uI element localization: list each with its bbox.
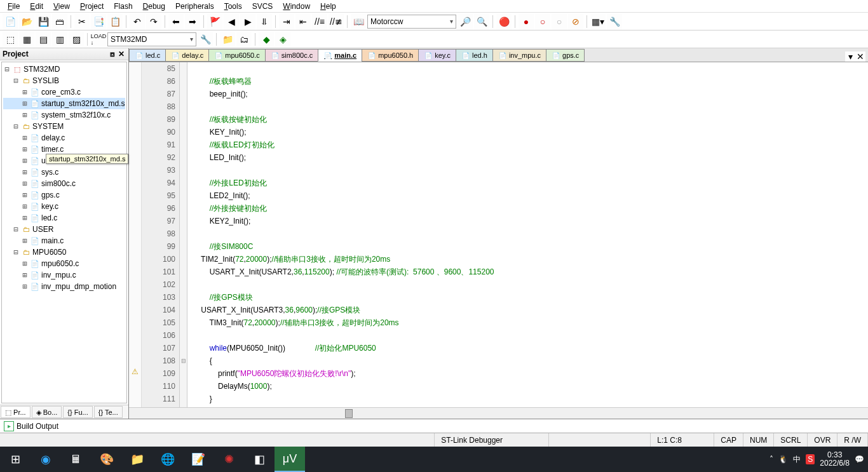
tree-item[interactable]: ⊞📄led.c <box>3 212 125 224</box>
tray-chevron-icon[interactable]: ˄ <box>770 455 773 464</box>
rebuild-icon[interactable]: ▤ <box>36 32 51 47</box>
find-combo[interactable]: Motorccw <box>367 15 456 29</box>
calculator-icon[interactable]: 🖩 <box>61 447 92 472</box>
project-tab-0[interactable]: ⬚ Pr... <box>1 406 31 418</box>
tree-item[interactable]: ⊞📄inv_mpu_dmp_motion <box>3 281 125 292</box>
cut-icon[interactable]: ✂ <box>74 14 90 29</box>
tab-inv_mpu-c[interactable]: 📄inv_mpu.c <box>492 49 546 62</box>
pin-icon[interactable]: ⧈ <box>108 50 117 58</box>
tab-sim800c-c[interactable]: 📄sim800c.c <box>265 49 319 62</box>
tree-item[interactable]: ⊞📄delay.c <box>3 132 125 144</box>
tab-close-icon[interactable]: ✕ <box>855 51 865 62</box>
tree-item[interactable]: ⊞📄system_stm32f10x.c <box>3 109 125 121</box>
tree-item[interactable]: ⊞📄inv_mpu.c <box>3 269 125 281</box>
target-combo[interactable]: STM32MD <box>107 32 196 46</box>
nav-back-icon[interactable]: ⬅ <box>168 14 184 29</box>
file-ext-icon[interactable]: 📁 <box>220 32 235 47</box>
open-file-icon[interactable]: 📂 <box>19 14 34 29</box>
manage-rte-icon[interactable]: ◈ <box>275 32 290 47</box>
editor-hscroll[interactable] <box>129 407 868 419</box>
project-tab-1[interactable]: ◈ Bo... <box>32 406 62 418</box>
tab-mpu6050-h[interactable]: 📄mpu6050.h <box>362 49 419 62</box>
app-gradient-icon[interactable]: ◧ <box>244 447 275 472</box>
project-tree[interactable]: ⊟⬚STM32MD⊟🗀SYSLIB⊞📄core_cm3.c⊞📄startup_s… <box>1 62 127 403</box>
tree-item[interactable]: ⊞📄sys.c <box>3 166 125 178</box>
find-in-files-icon[interactable]: 📖 <box>351 14 366 29</box>
code-lines[interactable]: //板载蜂鸣器 beep_init(); //板载按键初始化 KEY_Init(… <box>187 62 868 407</box>
code-editor[interactable]: ⚠ 85868788899091929394959697989910010110… <box>129 62 868 407</box>
tab-mpu6050-c[interactable]: 📄mpu6050.c <box>208 49 265 62</box>
close-panel-icon[interactable]: ✕ <box>117 50 126 58</box>
menu-help[interactable]: Help <box>315 1 341 11</box>
tray-qq-icon[interactable]: 🐧 <box>778 455 788 464</box>
breakpoint-kill-icon[interactable]: ⊘ <box>568 14 583 29</box>
tree-item[interactable]: ⊞📄key.c <box>3 201 125 212</box>
breakpoint-disable-icon[interactable]: ○ <box>552 14 567 29</box>
tree-item[interactable]: ⊟🗀MPU6050 <box>3 246 125 258</box>
comment-icon[interactable]: //≡ <box>312 14 327 29</box>
app-red-icon[interactable]: ✺ <box>214 447 244 472</box>
window-layout-icon[interactable]: ▦▾ <box>590 14 606 29</box>
pack-icon[interactable]: ◆ <box>259 32 274 47</box>
project-tab-3[interactable]: {} Te... <box>94 406 123 418</box>
stop-build-icon[interactable]: ▨ <box>69 32 84 47</box>
redo-icon[interactable]: ↷ <box>146 14 161 29</box>
start-button[interactable]: ⊞ <box>0 447 31 472</box>
save-all-icon[interactable]: 🗃 <box>52 14 67 29</box>
menu-flash[interactable]: Flash <box>109 1 137 11</box>
paste-icon[interactable]: 📋 <box>107 14 123 29</box>
breakpoint-enable-icon[interactable]: ○ <box>535 14 550 29</box>
keil-icon[interactable]: μV <box>275 447 305 472</box>
notepad-icon[interactable]: 📝 <box>183 447 214 472</box>
tab-delay-c[interactable]: 📄delay.c <box>165 49 209 62</box>
breakpoint-insert-icon[interactable]: ● <box>519 14 534 29</box>
menu-window[interactable]: Window <box>278 1 315 11</box>
save-icon[interactable]: 💾 <box>36 14 51 29</box>
indent-icon[interactable]: ⇥ <box>279 14 294 29</box>
menu-view[interactable]: View <box>48 1 75 11</box>
configure-icon[interactable]: 🔧 <box>607 14 622 29</box>
find-icon[interactable]: 🔎 <box>458 14 473 29</box>
build-output-panel[interactable]: ▸ Build Output <box>0 419 868 433</box>
bookmark-prev-icon[interactable]: ◀ <box>224 14 239 29</box>
tab-led-h[interactable]: 📄led.h <box>456 49 493 62</box>
menu-project[interactable]: Project <box>75 1 109 11</box>
tree-item[interactable]: ⊞📄sim800c.c <box>3 178 125 189</box>
menu-edit[interactable]: Edit <box>25 1 48 11</box>
chrome-icon[interactable]: 🌐 <box>153 447 183 472</box>
copy-icon[interactable]: 📑 <box>91 14 106 29</box>
bookmark-next-icon[interactable]: ▶ <box>240 14 255 29</box>
tab-gps-c[interactable]: 📄gps.c <box>546 49 585 62</box>
tree-item[interactable]: ⊞📄mpu6050.c <box>3 258 125 269</box>
tree-item[interactable]: ⊟🗀SYSTEM <box>3 121 125 132</box>
tree-item[interactable]: ⊞📄gps.c <box>3 189 125 201</box>
new-file-icon[interactable]: 📄 <box>3 14 18 29</box>
bookmark-icon[interactable]: 🚩 <box>207 14 222 29</box>
project-tab-2[interactable]: {} Fu... <box>63 406 92 418</box>
tab-dropdown-icon[interactable]: ▾ <box>845 51 855 62</box>
tab-main-c[interactable]: 📄main.c <box>318 49 362 62</box>
menu-debug[interactable]: Debug <box>138 1 170 11</box>
outdent-icon[interactable]: ⇤ <box>295 14 311 29</box>
menu-svcs[interactable]: SVCS <box>247 1 278 11</box>
menu-file[interactable]: File <box>3 1 25 11</box>
tab-led-c[interactable]: 📄led.c <box>129 49 166 62</box>
uncomment-icon[interactable]: //≢ <box>329 14 344 29</box>
tree-item[interactable]: ⊟🗀USER <box>3 224 125 235</box>
system-tray[interactable]: ˄ 🐧 中 S 0:33 2022/6/8 💬 <box>766 451 868 468</box>
incremental-find-icon[interactable]: 🔍 <box>474 14 489 29</box>
undo-icon[interactable]: ↶ <box>130 14 145 29</box>
build-icon[interactable]: ▦ <box>19 32 34 47</box>
explorer-icon[interactable]: 📁 <box>122 447 153 472</box>
tree-item[interactable]: ⊟⬚STM32MD <box>3 64 125 75</box>
nav-fwd-icon[interactable]: ➡ <box>185 14 200 29</box>
tray-sogou-icon[interactable]: S <box>806 454 815 464</box>
bookmark-clear-icon[interactable]: ⥥ <box>257 14 272 29</box>
debug-icon[interactable]: 🔴 <box>496 14 512 29</box>
target-options-icon[interactable]: 🔧 <box>198 32 213 47</box>
tree-item[interactable]: ⊟🗀SYSLIB <box>3 75 125 86</box>
paint-icon[interactable]: 🎨 <box>92 447 122 472</box>
tray-clock[interactable]: 0:33 2022/6/8 <box>820 451 850 468</box>
tree-item[interactable]: ⊞📄core_cm3.c <box>3 86 125 98</box>
tree-item[interactable]: ⊞📄startup_stm32f10x_md.s <box>3 98 125 109</box>
